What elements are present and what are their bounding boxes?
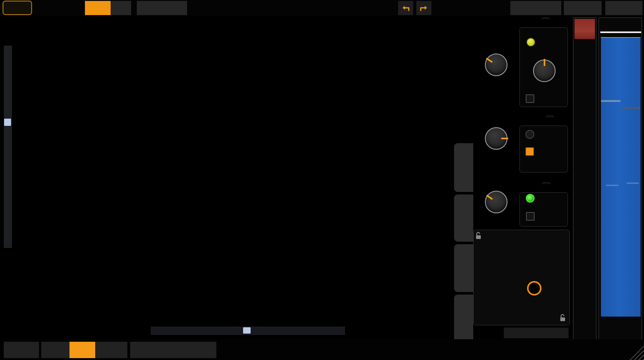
gain-target-led[interactable] — [526, 194, 535, 203]
ceiling-knob-indicator — [501, 138, 508, 139]
reduce-dropdown[interactable] — [564, 1, 602, 15]
mode-dropdown[interactable] — [504, 328, 569, 338]
output-meter-scale — [599, 18, 641, 348]
lufs-target-led[interactable] — [526, 38, 535, 47]
redo-icon — [419, 3, 429, 13]
output-meter-channels — [599, 329, 641, 336]
output-meter[interactable] — [598, 17, 642, 349]
reduction-meter[interactable] — [573, 17, 597, 349]
zoom-slider-thumb[interactable] — [4, 119, 11, 126]
tab-analog[interactable] — [454, 194, 473, 242]
lufs-learn-checkbox[interactable] — [526, 94, 534, 103]
meter-out-button[interactable] — [69, 342, 95, 358]
preset-b-button[interactable] — [111, 1, 131, 15]
tab-dither[interactable] — [454, 244, 473, 292]
limit-knob[interactable] — [485, 53, 508, 76]
copy-a-to-b-button[interactable] — [137, 1, 187, 15]
tab-advanced[interactable] — [454, 143, 473, 192]
gain-learn-checkbox[interactable] — [526, 212, 535, 221]
tab-spectral[interactable] — [454, 295, 473, 342]
bypass-button[interactable] — [605, 1, 642, 15]
gain-knob[interactable] — [485, 191, 508, 213]
isp-over-led[interactable] — [525, 130, 534, 139]
preset-a-button[interactable] — [85, 1, 111, 15]
auto-level-button[interactable] — [510, 1, 561, 15]
gain-group-label — [542, 183, 550, 184]
redo-button[interactable] — [416, 1, 431, 15]
wave-mode-dropdown[interactable] — [4, 342, 39, 358]
lvc-audio-logo — [3, 1, 32, 15]
waveform-zoom-slider[interactable] — [4, 46, 12, 248]
plugin-window — [0, 0, 644, 360]
gain-knob-indicator — [486, 194, 493, 200]
xy-pad[interactable] — [483, 240, 559, 316]
lufs-group-label — [541, 18, 550, 19]
h-scrollbar-thumb[interactable] — [243, 327, 251, 334]
reduction-meter-scale — [574, 18, 596, 348]
limit-knob-indicator — [486, 58, 493, 63]
oversample-mode-dropdown[interactable] — [130, 342, 216, 358]
waveform-h-scrollbar[interactable] — [151, 327, 345, 335]
ceiling-knob[interactable] — [485, 127, 508, 150]
waveform-display[interactable] — [0, 16, 472, 339]
lock-open-icon-top[interactable] — [475, 231, 482, 240]
undo-button[interactable] — [398, 1, 413, 15]
xy-pad-puck[interactable] — [527, 281, 541, 295]
lufs-target-knob[interactable] — [533, 59, 556, 82]
isp-protect-checkbox[interactable] — [525, 147, 534, 156]
ebu-dropdown[interactable] — [96, 342, 127, 358]
meter-in-button[interactable] — [41, 342, 69, 358]
undo-icon — [401, 3, 410, 13]
isp-group-label — [546, 116, 554, 117]
lufs-knob-indicator — [544, 59, 545, 66]
lock-open-icon-bottom[interactable] — [559, 313, 567, 322]
